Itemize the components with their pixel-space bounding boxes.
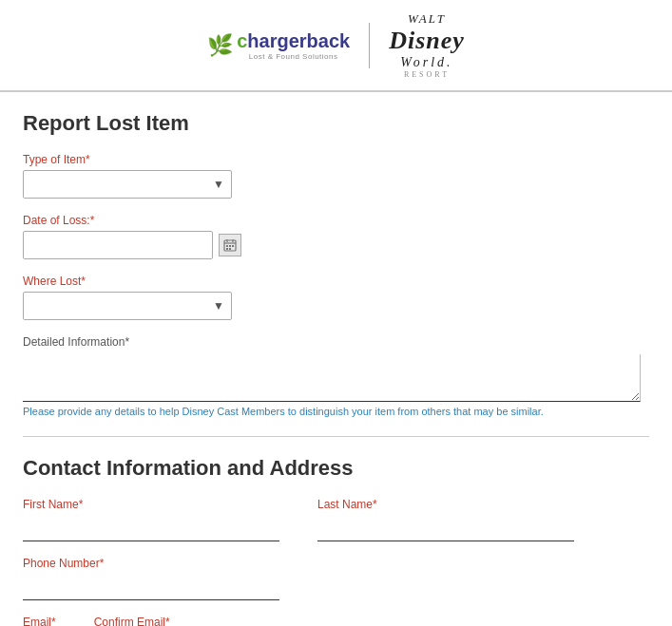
email-row: Email* Confirm Email* [23, 616, 649, 626]
type-of-item-group: Type of Item* ▼ [23, 153, 649, 199]
date-of-loss-input[interactable] [23, 231, 213, 259]
email-group: Email* [23, 616, 56, 626]
detailed-info-hint: Please provide any details to help Disne… [23, 406, 641, 417]
disney-disney-text: Disney [389, 27, 465, 55]
where-lost-select-wrap[interactable]: ▼ [23, 292, 232, 320]
last-name-group: Last Name* [317, 498, 574, 541]
report-section-title: Report Lost Item [23, 111, 649, 136]
calendar-icon[interactable] [219, 234, 241, 256]
where-lost-group: Where Lost* ▼ [23, 275, 649, 320]
first-name-label: First Name* [23, 498, 279, 511]
main-content: Report Lost Item Type of Item* ▼ Date of… [0, 92, 672, 626]
confirm-email-label: Confirm Email* [94, 616, 170, 626]
phone-number-input[interactable] [23, 574, 279, 600]
phone-number-group: Phone Number* [23, 557, 279, 600]
page-header: 🌿 chargerback Lost & Found Solutions WAL… [0, 0, 672, 92]
last-name-input[interactable] [317, 515, 574, 541]
disney-resort-text: RESORT [404, 70, 450, 79]
date-of-loss-label: Date of Loss:* [23, 214, 649, 227]
chargerback-tagline: Lost & Found Solutions [237, 52, 350, 61]
disney-walt-text: WALT [408, 11, 446, 27]
where-lost-label: Where Lost* [23, 275, 649, 288]
svg-rect-7 [226, 248, 228, 250]
date-of-loss-row [23, 231, 649, 259]
section-divider [23, 436, 649, 437]
email-label: Email* [23, 616, 56, 626]
chargerback-logo: 🌿 chargerback Lost & Found Solutions [207, 30, 350, 61]
detailed-info-textarea[interactable] [23, 354, 641, 402]
contact-section-title: Contact Information and Address [23, 456, 649, 481]
detailed-info-label: Detailed Information* [23, 335, 649, 349]
chargerback-logo-text: chargerback [237, 30, 350, 51]
svg-rect-6 [232, 245, 234, 247]
where-lost-select[interactable] [23, 292, 232, 320]
phone-row: Phone Number* [23, 557, 649, 600]
svg-rect-5 [229, 245, 231, 247]
type-of-item-select[interactable] [23, 170, 232, 199]
svg-rect-4 [226, 245, 228, 247]
name-row: First Name* Last Name* [23, 498, 649, 541]
header-divider [369, 23, 370, 68]
date-of-loss-group: Date of Loss:* [23, 214, 649, 259]
first-name-input[interactable] [23, 515, 279, 541]
type-of-item-label: Type of Item* [23, 153, 649, 166]
last-name-label: Last Name* [317, 498, 574, 511]
detailed-info-group: Detailed Information* Please provide any… [23, 335, 649, 417]
type-of-item-select-wrap[interactable]: ▼ [23, 170, 232, 199]
first-name-group: First Name* [23, 498, 279, 541]
confirm-email-group: Confirm Email* [94, 616, 170, 626]
chargerback-leaf-icon: 🌿 [207, 35, 233, 56]
svg-rect-8 [229, 248, 231, 250]
phone-number-label: Phone Number* [23, 557, 279, 570]
disney-logo: WALT Disney World. RESORT [389, 11, 465, 79]
disney-world-text: World. [400, 55, 452, 70]
